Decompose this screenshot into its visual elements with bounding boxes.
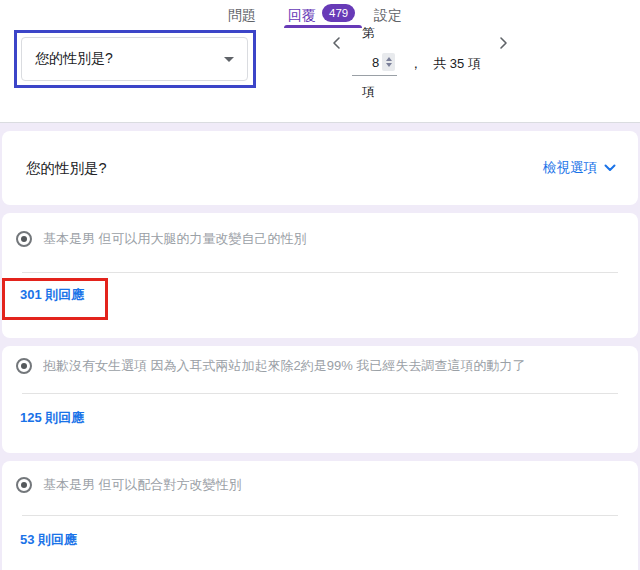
spinner-up-icon[interactable] xyxy=(386,57,392,61)
question-select-dropdown[interactable]: 您的性別是? xyxy=(21,37,248,81)
number-spinner[interactable] xyxy=(382,53,395,71)
pagination-row: 8 ， 共 35 項 xyxy=(352,52,481,76)
tab-settings[interactable]: 設定 xyxy=(374,7,402,25)
view-options-label: 檢視選項 xyxy=(543,159,597,177)
radio-selected-icon xyxy=(16,358,32,374)
question-title: 您的性別是? xyxy=(26,131,107,205)
divider xyxy=(22,393,618,394)
answer-card: 基本是男 但可以配合對方改變性別 53 則回應 xyxy=(2,461,638,570)
tab-questions[interactable]: 問題 xyxy=(228,7,256,25)
pagination-comma: ， xyxy=(409,55,422,73)
answer-card: 基本是男 但可以用大腿的力量改變自己的性別 301 則回應 xyxy=(2,213,638,338)
answer-text: 抱歉沒有女生選項 因為入耳式兩站加起來除2約是99% 我已經失去調查這項的動力了 xyxy=(43,357,525,375)
pagination-prefix-label: 第 xyxy=(362,25,375,42)
answer-row: 基本是男 但可以用大腿的力量改變自己的性別 xyxy=(16,230,618,248)
active-tab-underline xyxy=(284,25,362,28)
answer-row: 抱歉沒有女生選項 因為入耳式兩站加起來除2約是99% 我已經失去調查這項的動力了 xyxy=(16,357,618,375)
question-select-value: 您的性別是? xyxy=(35,50,113,68)
response-count-link[interactable]: 53 則回應 xyxy=(20,532,77,548)
responses-count-badge: 479 xyxy=(322,4,355,22)
tab-responses[interactable]: 回覆 xyxy=(288,7,316,25)
chevron-left-icon[interactable] xyxy=(330,36,344,50)
answer-row: 基本是男 但可以配合對方改變性別 xyxy=(16,476,618,494)
answer-text: 基本是男 但可以配合對方改變性別 xyxy=(43,476,242,494)
chevron-right-icon[interactable] xyxy=(496,36,510,50)
top-section: 問題 回覆 479 設定 您的性別是? 第 8 ， 共 35 xyxy=(0,0,640,123)
pagination-total-label: 共 35 項 xyxy=(433,55,481,73)
pagination-unit-label: 項 xyxy=(362,84,375,101)
question-header-card: 您的性別是? 檢視選項 xyxy=(2,131,638,205)
dropdown-caret-icon xyxy=(224,57,234,62)
radio-selected-icon xyxy=(16,231,32,247)
divider xyxy=(22,515,618,516)
google-forms-responses-page: 問題 回覆 479 設定 您的性別是? 第 8 ， 共 35 xyxy=(0,0,640,570)
chevron-down-icon xyxy=(604,164,616,172)
answer-text: 基本是男 但可以用大腿的力量改變自己的性別 xyxy=(43,230,307,248)
response-count-link[interactable]: 125 則回應 xyxy=(20,410,84,426)
divider xyxy=(22,272,618,273)
response-count-link[interactable]: 301 則回應 xyxy=(20,287,84,303)
view-options-link[interactable]: 檢視選項 xyxy=(543,131,616,205)
page-number-input[interactable]: 8 xyxy=(352,52,397,76)
radio-selected-icon xyxy=(16,477,32,493)
spinner-down-icon[interactable] xyxy=(386,63,392,67)
page-number-value: 8 xyxy=(372,55,379,70)
answer-card: 抱歉沒有女生選項 因為入耳式兩站加起來除2約是99% 我已經失去調查這項的動力了… xyxy=(2,346,638,453)
